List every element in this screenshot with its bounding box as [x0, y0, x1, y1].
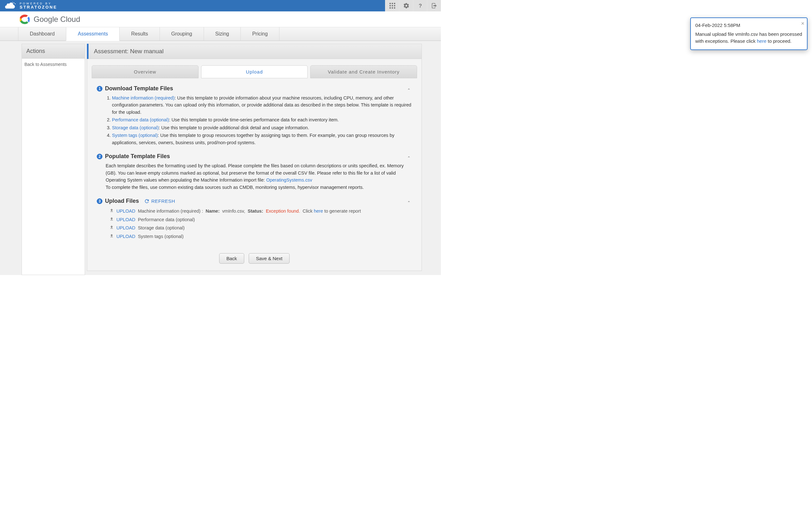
svg-rect-6: [390, 5, 391, 6]
upload-row-systemtags: UPLOAD System tags (optional): [106, 232, 412, 240]
sidebar: Actions Back to Assessments: [21, 44, 85, 275]
save-next-button[interactable]: Save & Next: [249, 253, 290, 264]
panel-title: Assessment: New manual: [89, 44, 422, 59]
upload-icon: [109, 224, 114, 231]
stratozone-cloud-icon: [4, 2, 16, 10]
refresh-button[interactable]: REFRESH: [144, 199, 175, 204]
svg-point-2: [12, 2, 13, 3]
text: Performance data (optional): [138, 216, 195, 223]
upload-icon: [109, 233, 114, 240]
status-label: Status:: [248, 208, 263, 215]
back-button[interactable]: Back: [219, 253, 244, 264]
svg-point-0: [14, 3, 14, 3]
nav-tab-dashboard[interactable]: Dashboard: [18, 27, 66, 41]
upload-row-storage: UPLOAD Storage data (optional): [106, 224, 412, 232]
svg-rect-11: [394, 7, 395, 9]
step-1: 1 Download Template Files Machine inform…: [92, 85, 417, 146]
help-icon[interactable]: ?: [413, 0, 427, 11]
svg-rect-7: [392, 5, 393, 6]
nav-tab-results[interactable]: Results: [119, 27, 159, 41]
logo-row: Google Cloud: [0, 11, 441, 27]
topbar: POWERED BY STRATOZONE ?: [0, 0, 441, 11]
subtab-upload[interactable]: Upload: [201, 65, 308, 78]
upload-button-storage[interactable]: UPLOAD: [116, 224, 136, 231]
nav-tab-pricing[interactable]: Pricing: [241, 27, 280, 41]
chevron-up-icon[interactable]: [406, 87, 411, 93]
step-2-title: Populate Template Files: [105, 153, 170, 160]
link-operating-systems[interactable]: OperatingSystems.csv: [266, 177, 312, 182]
sidebar-title: Actions: [22, 44, 85, 59]
step-3-badge: 3: [97, 199, 102, 204]
topbar-actions: ?: [385, 0, 441, 11]
google-cloud-logo: Google Cloud: [19, 14, 80, 24]
svg-rect-10: [392, 7, 393, 9]
name-label: Name:: [206, 208, 219, 215]
svg-rect-8: [394, 5, 395, 6]
step-1-title: Download Template Files: [105, 85, 173, 92]
svg-rect-5: [394, 3, 395, 4]
svg-rect-9: [390, 7, 391, 9]
powered-by-brand: POWERED BY STRATOZONE: [4, 2, 57, 10]
text: Machine information (required) :: [138, 208, 203, 215]
text: Each template describes the formatting u…: [106, 163, 404, 182]
logo-text-bold: Google: [34, 15, 58, 23]
upload-button-performance[interactable]: UPLOAD: [116, 216, 136, 223]
text: System tags (optional): [138, 233, 184, 240]
step-1-badge: 1: [97, 86, 102, 92]
text: : Use this template to provide additiona…: [159, 125, 309, 130]
logo-text-light: Cloud: [60, 15, 80, 23]
subtabs: Overview Upload Validate and Create Inve…: [92, 65, 417, 78]
subtab-validate[interactable]: Validate and Create Inventory: [310, 65, 417, 78]
text: Storage data (optional): [138, 224, 185, 231]
name-value: vmInfo.csv,: [222, 208, 245, 215]
subtab-overview[interactable]: Overview: [92, 65, 199, 78]
step-2: 2 Populate Template Files Each template …: [92, 153, 417, 191]
svg-rect-3: [390, 3, 391, 4]
sidebar-back-link[interactable]: Back to Assessments: [22, 59, 85, 70]
nav-tab-assessments[interactable]: Assessments: [66, 27, 119, 41]
upload-row-performance: UPLOAD Performance data (optional): [106, 216, 412, 224]
nav-tab-sizing[interactable]: Sizing: [204, 27, 241, 41]
link-machine-info[interactable]: Machine information (required): [112, 95, 174, 101]
apps-icon[interactable]: [385, 0, 399, 11]
text: To complete the files, use common existi…: [106, 184, 412, 191]
chevron-up-icon[interactable]: [406, 199, 411, 205]
svg-text:?: ?: [419, 3, 422, 9]
google-cloud-icon: [19, 14, 31, 24]
status-value: Exception found.: [266, 208, 300, 215]
link-system-tags[interactable]: System tags (optional): [112, 133, 158, 138]
upload-row-machine: UPLOAD Machine information (required) : …: [106, 207, 412, 215]
step-3: 3 Upload Files REFRESH UPLOAD Machine in…: [92, 198, 417, 240]
refresh-label: REFRESH: [151, 199, 175, 204]
upload-button-machine[interactable]: UPLOAD: [116, 208, 136, 215]
main-nav: Dashboard Assessments Results Grouping S…: [0, 27, 441, 41]
logout-icon[interactable]: [427, 0, 441, 11]
svg-point-1: [15, 3, 16, 4]
gear-icon[interactable]: [399, 0, 413, 11]
step-2-badge: 2: [97, 154, 102, 159]
chevron-up-icon[interactable]: [406, 154, 411, 160]
step-3-title: Upload Files: [105, 198, 139, 205]
upload-icon: [109, 216, 114, 223]
text: to generate report: [323, 209, 361, 214]
upload-button-systemtags[interactable]: UPLOAD: [116, 233, 136, 240]
nav-tab-grouping[interactable]: Grouping: [159, 27, 204, 41]
upload-icon: [109, 208, 114, 215]
powered-by-brand-text: STRATOZONE: [20, 5, 57, 9]
svg-rect-4: [392, 3, 393, 4]
footer-buttons: Back Save & Next: [92, 253, 417, 264]
text: Click: [303, 209, 314, 214]
text: : Use this template to provide time-seri…: [169, 117, 339, 122]
refresh-icon: [144, 199, 150, 204]
link-generate-report[interactable]: here: [314, 209, 323, 214]
link-storage-data[interactable]: Storage data (optional): [112, 125, 159, 130]
link-performance-data[interactable]: Performance data (optional): [112, 117, 169, 122]
